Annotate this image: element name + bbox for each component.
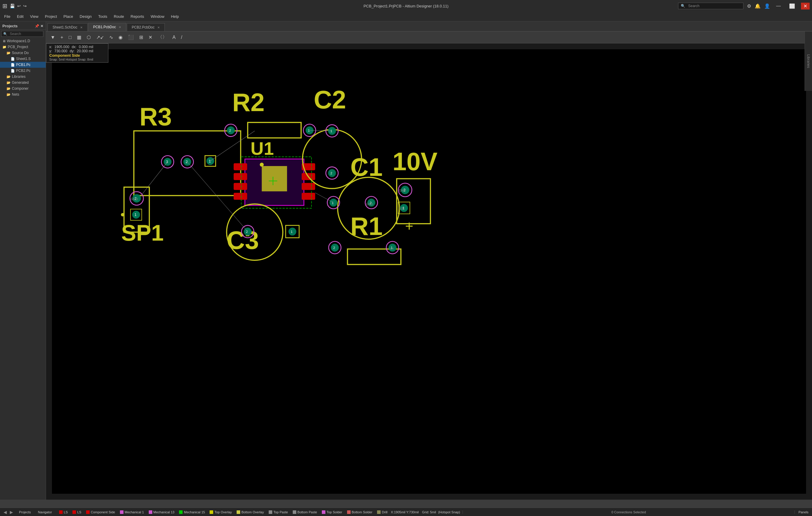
toolbar-btn-13[interactable]: / (179, 33, 184, 42)
svg-text:10V: 10V (399, 207, 405, 210)
x-value: 1905.000 (54, 45, 69, 49)
menu-item-window[interactable]: Window (148, 13, 167, 20)
layer-tab-6[interactable]: Bottom Overlay (234, 508, 266, 516)
toolbar-btn-12[interactable]: A (170, 33, 178, 42)
tree-icon-3: 📄 (11, 57, 15, 61)
toolbar-btn-9[interactable]: ⊞ (137, 33, 145, 42)
layer-tab-4[interactable]: Mechanical 15 (177, 508, 207, 516)
snap-info: Snap: 5mil Hotspot Snap: 8mil (49, 58, 105, 61)
nav-forward-icon[interactable]: ▶ (9, 509, 14, 515)
quick-access-undo[interactable]: ↩ (17, 4, 21, 8)
svg-text:R3: R3 (140, 103, 172, 131)
close-button[interactable]: ✕ (801, 3, 810, 9)
toolbar-btn-11[interactable]: 〈〉 (155, 33, 169, 42)
layer-tab-7[interactable]: Top Paste (266, 508, 290, 516)
layer-ls-indicator[interactable]: LS (57, 508, 70, 516)
quick-access-redo[interactable]: ↪ (23, 4, 27, 8)
layer-tab-10[interactable]: Bottom Solder (345, 508, 375, 516)
layer-tab-2[interactable]: Mechanical 1 (118, 508, 146, 516)
libraries-panel-label[interactable]: Libraries (806, 54, 811, 68)
svg-rect-36 (234, 193, 247, 200)
toolbar-btn-4[interactable]: ⬡ (85, 33, 93, 42)
sidebar-item-3[interactable]: 📄Sheet1.S (0, 56, 46, 62)
nav-back-icon[interactable]: ◀ (2, 509, 8, 515)
layer-color-7 (269, 510, 272, 514)
dy-value: 20.000 mil (77, 49, 93, 53)
title-search-box[interactable]: 🔍 Search (678, 3, 744, 9)
svg-text:GND: GND (130, 197, 138, 201)
layer-tab-11[interactable]: Drill Guide (375, 508, 388, 516)
menu-item-help[interactable]: Help (168, 13, 182, 20)
svg-text:1: 1 (135, 212, 137, 217)
minimize-button[interactable]: — (774, 3, 783, 9)
status-x-y-value: X:1905mil Y:730mil (391, 510, 419, 514)
menu-item-edit[interactable]: Edit (14, 13, 26, 20)
sidebar-item-7[interactable]: 📂Generated (0, 80, 46, 86)
tree-label-2: Source Do (12, 51, 29, 55)
menu-item-project[interactable]: Project (42, 13, 60, 20)
pcb-canvas[interactable]: R3 3 2 1 2 GND 1 SP1 (46, 44, 812, 500)
toolbar-btn-1[interactable]: + (58, 33, 65, 42)
tab-bar: Sheet1.SchDoc ✕PCB1.PcbDoc ✕PCB2.PcbDoc … (0, 21, 812, 31)
sidebar-pin-icon[interactable]: 📌 (35, 24, 39, 28)
svg-rect-39 (302, 183, 315, 190)
sidebar-item-4[interactable]: 📄PCB1.Pc (0, 62, 46, 68)
layer-tab-9[interactable]: Top Solder (319, 508, 345, 516)
menu-item-view[interactable]: View (27, 13, 41, 20)
toolbar-btn-6[interactable]: ∿ (107, 33, 115, 42)
user-icon[interactable]: 👤 (764, 3, 770, 9)
tab-0[interactable]: Sheet1.SchDoc ✕ (48, 23, 88, 31)
maximize-button[interactable]: ⬜ (787, 3, 798, 9)
svg-text:1: 1 (330, 129, 332, 133)
tree-icon-5: 📄 (11, 69, 15, 73)
svg-text:1: 1 (331, 201, 334, 205)
quick-access-save[interactable]: 💾 (10, 4, 15, 8)
app-title: PCB_Project1.PrjPCB - Altium Designer (1… (364, 4, 448, 8)
menu-item-file[interactable]: File (1, 13, 13, 20)
notifications-icon[interactable]: 🔔 (755, 3, 761, 9)
sidebar-item-6[interactable]: 📂Libraries (0, 74, 46, 80)
sidebar-item-2[interactable]: 📂Source Do (0, 50, 46, 56)
sidebar-item-5[interactable]: 📄PCB2.Pc (0, 68, 46, 74)
pcb-board[interactable]: R3 3 2 1 2 GND 1 SP1 (52, 49, 806, 494)
sidebar-close-icon[interactable]: ✕ (40, 24, 44, 28)
tab-close-2[interactable]: ✕ (157, 26, 160, 29)
toolbar-btn-7[interactable]: ◉ (116, 33, 125, 42)
ls-color-swatch (59, 510, 63, 514)
svg-text:R1: R1 (350, 212, 383, 240)
sidebar-item-0[interactable]: 🖥Workspace1.D (0, 38, 46, 44)
toolbar-btn-10[interactable]: ✕ (146, 33, 154, 42)
toolbar-btn-3[interactable]: ▦ (75, 33, 83, 42)
toolbar-btn-8[interactable]: ⬛ (126, 33, 136, 42)
menu-item-reports[interactable]: Reports (128, 13, 147, 20)
layer-tab-0[interactable]: LS (70, 508, 83, 516)
layer-tab-5[interactable]: Top Overlay (207, 508, 234, 516)
settings-icon[interactable]: ⚙ (747, 3, 751, 9)
sidebar-item-1[interactable]: 📁PCB_Project (0, 44, 46, 50)
status-navigator-tab[interactable]: Navigator (36, 510, 54, 514)
menu-item-route[interactable]: Route (111, 13, 127, 20)
sidebar-search-input[interactable] (10, 32, 41, 36)
menu-item-tools[interactable]: Tools (95, 13, 110, 20)
layer-tab-1[interactable]: Component Side (84, 508, 118, 516)
tab-close-0[interactable]: ✕ (80, 26, 83, 29)
layer-tab-8[interactable]: Bottom Paste (290, 508, 319, 516)
layer-tab-3[interactable]: Mechanical 13 (146, 508, 177, 516)
sidebar-search-box[interactable]: 🔍 (1, 31, 44, 37)
layer-label-9: Top Solder (326, 510, 342, 514)
status-panels-button[interactable]: Panels (794, 510, 812, 514)
menu-item-place[interactable]: Place (61, 13, 76, 20)
status-coords-display: X:1905mil Y:730mil Grid: 5mil (Hotspot S… (388, 510, 463, 514)
sidebar-item-9[interactable]: 📂Nets (0, 91, 46, 98)
layer-color-1 (86, 510, 90, 514)
sidebar-item-8[interactable]: 📂Componer (0, 86, 46, 91)
tree-icon-9: 📂 (6, 93, 11, 97)
status-projects-tab[interactable]: Projects (17, 510, 33, 514)
tab-1[interactable]: PCB1.PcbDoc ✕ (88, 23, 126, 31)
toolbar-btn-2[interactable]: □ (66, 33, 74, 42)
menu-item-design[interactable]: Design (77, 13, 94, 20)
toolbar-btn-0[interactable]: ▼ (49, 33, 57, 42)
tab-2[interactable]: PCB2.PcbDoc ✕ (127, 23, 165, 31)
tab-close-1[interactable]: ✕ (119, 26, 121, 29)
toolbar-btn-5[interactable]: ↗↙ (94, 33, 106, 42)
